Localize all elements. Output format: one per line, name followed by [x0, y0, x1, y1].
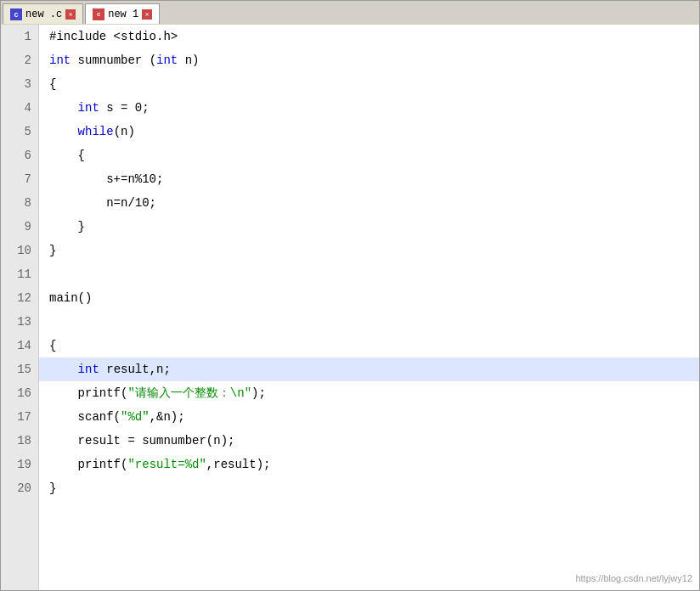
line-number: 11 — [1, 262, 38, 286]
code-text: main() — [49, 291, 92, 305]
code-line: scanf("%d",&n); — [39, 405, 699, 429]
code-line: } — [39, 215, 699, 239]
code-line: result = sumnumber(n); — [39, 429, 699, 453]
code-text: { — [49, 339, 56, 352]
code-text — [49, 101, 78, 115]
code-line: { — [39, 144, 699, 167]
string-literal: "%d" — [121, 410, 150, 424]
code-text: s = 0; — [99, 101, 150, 115]
code-line: n=n/10; — [39, 191, 699, 215]
watermark: https://blog.csdn.net/lyjwy12 — [575, 573, 692, 583]
line-number: 15 — [1, 357, 38, 381]
code-text: sumnumber ( — [71, 53, 156, 67]
code-line: main() — [39, 286, 699, 310]
code-text: printf( — [49, 386, 127, 400]
keyword: int — [156, 53, 178, 67]
editor-area: 1234567891011121314151617181920 #include… — [1, 25, 699, 590]
code-text: n=n/10; — [49, 196, 156, 210]
code-text — [49, 125, 78, 138]
code-area[interactable]: #include <stdio.h>int sumnumber (int n){… — [39, 25, 699, 590]
code-text: scanf( — [49, 410, 121, 424]
code-line — [39, 262, 699, 286]
line-number: 9 — [1, 215, 38, 239]
line-number: 17 — [1, 405, 38, 429]
code-line: } — [39, 239, 699, 262]
keyword: int — [78, 101, 99, 115]
line-number: 18 — [1, 429, 38, 453]
code-text: { — [49, 77, 56, 91]
code-text: s+=n%10; — [49, 172, 163, 186]
tab-icon-c: c — [10, 8, 22, 20]
keyword: int — [78, 363, 99, 376]
tab-new-1[interactable]: cnew 1× — [85, 3, 160, 24]
tab-icon-cpp: c — [93, 8, 104, 20]
line-number: 6 — [1, 144, 38, 167]
string-literal: "result=%d" — [127, 458, 206, 471]
line-number: 4 — [1, 96, 38, 120]
tab-close-button[interactable]: × — [65, 9, 76, 20]
line-number: 3 — [1, 72, 38, 96]
code-line: int result,n; — [39, 357, 699, 381]
code-line: printf("请输入一个整数：\n"); — [39, 381, 699, 405]
keyword: int — [49, 53, 71, 67]
code-line: { — [39, 72, 699, 96]
code-text: (n) — [114, 125, 135, 138]
code-text: } — [49, 220, 85, 234]
line-number: 8 — [1, 191, 38, 215]
tab-label: new 1 — [108, 8, 138, 20]
code-text — [49, 363, 78, 376]
tab-bar: cnew .c×cnew 1× — [1, 1, 699, 25]
line-number: 10 — [1, 239, 38, 262]
line-number: 12 — [1, 286, 38, 310]
tab-label: new .c — [25, 8, 62, 20]
code-text: #include <stdio.h> — [49, 30, 178, 43]
tab-close-button[interactable]: × — [142, 9, 152, 20]
keyword: while — [78, 125, 114, 138]
code-text: ); — [251, 386, 266, 400]
line-number: 1 — [1, 25, 38, 48]
line-number: 19 — [1, 453, 38, 476]
code-line — [39, 310, 699, 334]
code-text: } — [49, 244, 56, 257]
code-line: #include <stdio.h> — [39, 25, 699, 48]
code-text: printf( — [49, 458, 127, 471]
line-number: 16 — [1, 381, 38, 405]
line-number: 13 — [1, 310, 38, 334]
code-text: ,&n); — [150, 410, 185, 424]
code-line: } — [39, 476, 699, 500]
line-number: 2 — [1, 48, 38, 72]
code-text: ,result); — [206, 458, 271, 471]
code-line: printf("result=%d",result); — [39, 453, 699, 476]
code-line: { — [39, 334, 699, 357]
code-text: { — [49, 149, 85, 162]
code-line: int s = 0; — [39, 96, 699, 120]
line-number: 20 — [1, 476, 38, 500]
code-text: result = sumnumber(n); — [49, 434, 234, 447]
code-line: while(n) — [39, 120, 699, 144]
main-window: cnew .c×cnew 1× 123456789101112131415161… — [0, 0, 700, 591]
line-numbers: 1234567891011121314151617181920 — [1, 25, 39, 590]
string-literal: "请输入一个整数：\n" — [127, 386, 251, 401]
code-line: int sumnumber (int n) — [39, 48, 699, 72]
code-text: n) — [178, 53, 199, 67]
line-number: 5 — [1, 120, 38, 144]
code-text: result,n; — [99, 363, 171, 376]
tab-new-.c[interactable]: cnew .c× — [3, 3, 83, 24]
line-number: 7 — [1, 167, 38, 191]
code-text: } — [49, 481, 56, 495]
code-line: s+=n%10; — [39, 167, 699, 191]
line-number: 14 — [1, 334, 38, 357]
